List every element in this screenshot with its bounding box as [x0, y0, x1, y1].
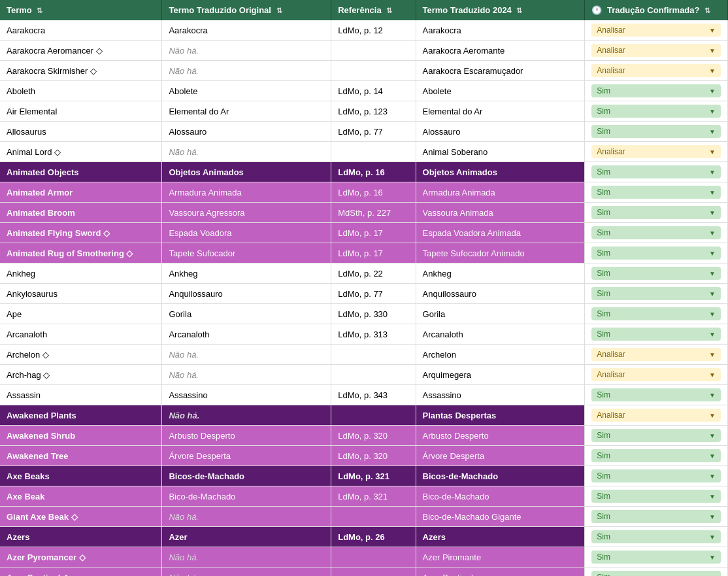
cell-status[interactable]: Sim▼ — [585, 466, 728, 486]
dropdown-arrow-icon: ▼ — [709, 351, 716, 358]
status-badge[interactable]: Sim▼ — [591, 449, 721, 462]
cell-termo: Animated Flying Sword ◇ — [0, 223, 162, 243]
cell-t2024: Plantas Despertas — [416, 405, 585, 426]
status-badge[interactable]: Sim▼ — [591, 267, 721, 280]
cell-status[interactable]: Sim▼ — [585, 203, 728, 223]
cell-t2024: Abolete — [416, 81, 585, 101]
table-row: Awakened PlantsNão há.Plantas DespertasA… — [0, 405, 728, 426]
cell-status[interactable]: Sim▼ — [585, 182, 728, 203]
status-label: Sim — [597, 309, 610, 318]
status-badge[interactable]: Sim▼ — [591, 469, 721, 483]
status-badge[interactable]: Sim▼ — [591, 328, 721, 341]
cell-status[interactable]: Analisar▼ — [585, 365, 728, 385]
status-label: Sim — [597, 248, 610, 258]
cell-status[interactable]: Sim▼ — [585, 486, 728, 507]
status-badge[interactable]: Sim▼ — [591, 388, 721, 401]
status-badge[interactable]: Sim▼ — [591, 307, 721, 320]
dropdown-arrow-icon: ▼ — [709, 148, 716, 156]
status-badge[interactable]: Sim▼ — [591, 429, 721, 442]
cell-status[interactable]: Sim▼ — [585, 284, 728, 304]
cell-status[interactable]: Sim▼ — [585, 527, 728, 547]
table-row: Animated BroomVassoura AgressoraMdSth, p… — [0, 203, 728, 223]
cell-status[interactable]: Sim▼ — [585, 263, 728, 284]
status-badge[interactable]: Sim▼ — [591, 206, 721, 219]
cell-termo: Animated Objects — [0, 162, 162, 182]
status-badge[interactable]: Sim▼ — [591, 84, 721, 97]
cell-status[interactable]: Analisar▼ — [585, 41, 728, 61]
status-badge[interactable]: Analisar▼ — [591, 64, 721, 77]
table-row: Axe BeakBico-de-MachadoLdMo, p. 321Bico-… — [0, 486, 728, 507]
status-badge[interactable]: Analisar▼ — [591, 24, 721, 37]
status-badge[interactable]: Sim▼ — [591, 530, 721, 543]
status-badge[interactable]: Sim▼ — [591, 287, 721, 300]
dropdown-arrow-icon: ▼ — [709, 534, 716, 541]
cell-original: Não há. — [162, 41, 331, 61]
cell-status[interactable]: Analisar▼ — [585, 61, 728, 81]
cell-status[interactable]: Analisar▼ — [585, 142, 728, 162]
cell-status[interactable]: Analisar▼ — [585, 20, 728, 41]
cell-original: Assassino — [162, 385, 331, 405]
cell-ref — [331, 41, 416, 61]
cell-status[interactable]: Sim▼ — [585, 162, 728, 182]
table-body: AarakocraAarakocraLdMo, p. 12AarakocraAn… — [0, 20, 728, 576]
status-badge[interactable]: Sim▼ — [591, 571, 721, 576]
cell-original: Não há. — [162, 507, 331, 527]
cell-termo: Aarakocra Skirmisher ◇ — [0, 61, 162, 81]
cell-ref: LdMo, p. 14 — [331, 81, 416, 101]
status-badge[interactable]: Sim▼ — [591, 165, 721, 178]
table-row: ApeGorilaLdMo, p. 330GorilaSim▼ — [0, 304, 728, 324]
status-badge[interactable]: Analisar▼ — [591, 145, 721, 158]
header-original[interactable]: Termo Traduzido Original ⇅ — [162, 0, 331, 20]
status-badge[interactable]: Sim▼ — [591, 186, 721, 199]
status-label: Analisar — [597, 25, 625, 35]
status-badge[interactable]: Sim▼ — [591, 551, 721, 564]
status-badge[interactable]: Sim▼ — [591, 226, 721, 239]
table-row: Awakened TreeÁrvore DespertaLdMo, p. 320… — [0, 446, 728, 466]
status-label: Sim — [597, 431, 610, 440]
cell-status[interactable]: Sim▼ — [585, 304, 728, 324]
cell-status[interactable]: Sim▼ — [585, 101, 728, 122]
status-badge[interactable]: Analisar▼ — [591, 44, 721, 57]
cell-status[interactable]: Sim▼ — [585, 324, 728, 345]
status-badge[interactable]: Sim▼ — [591, 246, 721, 260]
cell-status[interactable]: Sim▼ — [585, 446, 728, 466]
dropdown-arrow-icon: ▼ — [709, 88, 716, 95]
cell-status[interactable]: Sim▼ — [585, 547, 728, 568]
cell-original: Azer — [162, 527, 331, 547]
cell-status[interactable]: Sim▼ — [585, 507, 728, 527]
dropdown-arrow-icon: ▼ — [709, 311, 716, 318]
cell-status[interactable]: Sim▼ — [585, 81, 728, 101]
cell-t2024: Archelon — [416, 345, 585, 365]
cell-ref — [331, 507, 416, 527]
header-2024[interactable]: Termo Traduzido 2024 ⇅ — [416, 0, 585, 20]
status-badge[interactable]: Sim▼ — [591, 510, 721, 523]
cell-status[interactable]: Sim▼ — [585, 223, 728, 243]
cell-status[interactable]: Sim▼ — [585, 122, 728, 142]
status-badge[interactable]: Analisar▼ — [591, 348, 721, 361]
status-badge[interactable]: Sim▼ — [591, 105, 721, 118]
cell-status[interactable]: Analisar▼ — [585, 405, 728, 426]
status-badge[interactable]: Sim▼ — [591, 490, 721, 503]
cell-status[interactable]: Sim▼ — [585, 426, 728, 446]
status-badge[interactable]: Sim▼ — [591, 125, 721, 138]
cell-original: Armadura Animada — [162, 182, 331, 203]
cell-termo: Azer Sentinel ◇ — [0, 568, 162, 577]
header-status[interactable]: 🕐 Tradução Confirmada? ⇅ — [585, 0, 728, 20]
cell-ref: LdMo, p. 17 — [331, 223, 416, 243]
status-label: Analisar — [597, 66, 625, 75]
status-badge[interactable]: Analisar▼ — [591, 409, 721, 422]
header-termo[interactable]: Termo ⇅ — [0, 0, 162, 20]
cell-original: Aarakocra — [162, 20, 331, 41]
cell-termo: Animated Broom — [0, 203, 162, 223]
cell-status[interactable]: Analisar▼ — [585, 345, 728, 365]
table-row: AzersAzerLdMo, p. 26AzersSim▼ — [0, 527, 728, 547]
dropdown-arrow-icon: ▼ — [709, 574, 716, 577]
dropdown-arrow-icon: ▼ — [709, 27, 716, 34]
status-badge[interactable]: Analisar▼ — [591, 368, 721, 381]
header-ref[interactable]: Referência ⇅ — [331, 0, 416, 20]
dropdown-arrow-icon: ▼ — [709, 270, 716, 277]
cell-original: Bico-de-Machado — [162, 486, 331, 507]
cell-status[interactable]: Sim▼ — [585, 243, 728, 263]
cell-status[interactable]: Sim▼ — [585, 385, 728, 405]
cell-status[interactable]: Sim▼ — [585, 568, 728, 577]
